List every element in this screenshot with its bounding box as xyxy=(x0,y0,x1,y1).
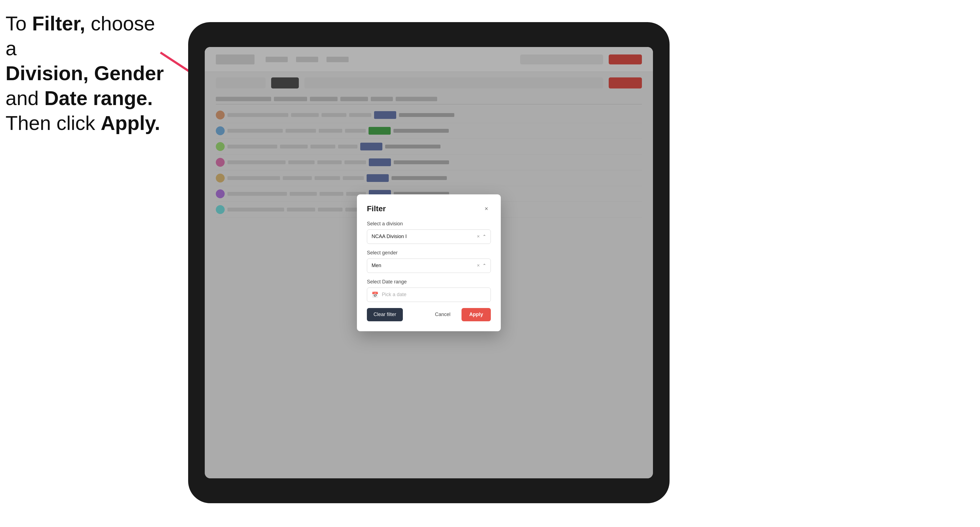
gender-value: Men xyxy=(372,263,381,268)
division-select[interactable]: NCAA Division I × ⌃ xyxy=(367,230,491,244)
tablet-screen: Filter × Select a division NCAA Division… xyxy=(205,47,653,478)
chevron-down-icon: ⌃ xyxy=(482,234,486,239)
modal-header: Filter × xyxy=(367,204,491,213)
close-icon[interactable]: × xyxy=(482,204,491,213)
cancel-button[interactable]: Cancel xyxy=(428,308,457,321)
division-label: Select a division xyxy=(367,221,491,227)
instruction-line3: and Date range. xyxy=(6,87,153,109)
select-controls: × ⌃ xyxy=(477,263,486,268)
division-group: Select a division NCAA Division I × ⌃ xyxy=(367,221,491,244)
chevron-down-icon: ⌃ xyxy=(482,263,486,268)
modal-footer: Clear filter Cancel Apply xyxy=(367,308,491,321)
gender-select[interactable]: Men × ⌃ xyxy=(367,259,491,273)
select-controls: × ⌃ xyxy=(477,233,486,240)
calendar-icon: 📅 xyxy=(372,291,379,298)
gender-label: Select gender xyxy=(367,250,491,256)
gender-group: Select gender Men × ⌃ xyxy=(367,250,491,273)
clear-filter-button[interactable]: Clear filter xyxy=(367,308,403,321)
division-value: NCAA Division I xyxy=(372,233,407,240)
modal-title: Filter xyxy=(367,204,386,213)
instruction-bold3: Date range. xyxy=(44,87,153,109)
clear-icon[interactable]: × xyxy=(477,233,480,240)
footer-right: Cancel Apply xyxy=(428,308,491,321)
date-group: Select Date range 📅 Pick a date xyxy=(367,279,491,302)
instruction-line4: Then click Apply. xyxy=(6,112,160,134)
instruction-bold2: Division, Gender xyxy=(6,62,164,84)
date-input[interactable]: 📅 Pick a date xyxy=(367,287,491,302)
clear-icon[interactable]: × xyxy=(477,263,480,268)
instruction-text: To Filter, choose a Division, Gender and… xyxy=(6,11,166,135)
filter-modal: Filter × Select a division NCAA Division… xyxy=(357,194,501,331)
date-placeholder: Pick a date xyxy=(382,292,406,297)
modal-overlay: Filter × Select a division NCAA Division… xyxy=(205,47,653,478)
date-label: Select Date range xyxy=(367,279,491,285)
tablet-device: Filter × Select a division NCAA Division… xyxy=(188,22,670,503)
apply-button[interactable]: Apply xyxy=(461,308,491,321)
instruction-line1: To Filter, choose a xyxy=(6,13,155,59)
instruction-bold4: Apply. xyxy=(101,112,160,134)
